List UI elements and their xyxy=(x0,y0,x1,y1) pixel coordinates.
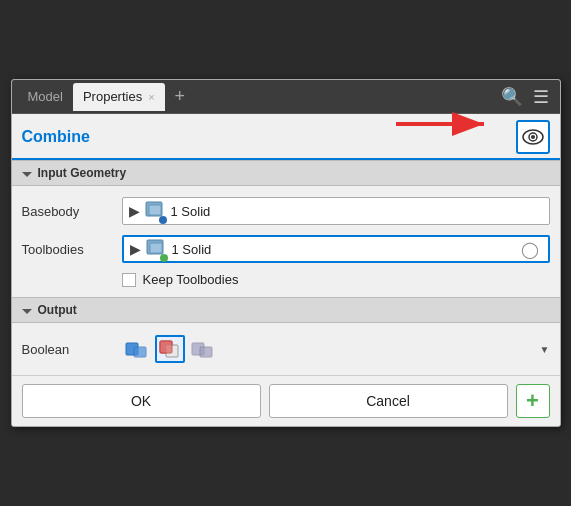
output-section: Boolean xyxy=(12,323,560,375)
tab-properties[interactable]: Properties × xyxy=(73,83,165,111)
svg-rect-15 xyxy=(200,347,212,357)
input-geometry-section: Basebody ▶ 1 Solid Toolbodies ▶ xyxy=(12,186,560,297)
cursor-icon: ▶ xyxy=(129,203,140,219)
toolbodies-solid-icon xyxy=(146,239,166,260)
input-geometry-header: Input Geometry xyxy=(12,160,560,186)
cursor-icon-2: ▶ xyxy=(130,241,141,257)
svg-rect-6 xyxy=(149,205,161,215)
svg-rect-8 xyxy=(150,243,162,253)
eye-button[interactable] xyxy=(516,120,550,154)
combine-panel: Model Properties × + 🔍 ☰ Combine xyxy=(11,79,561,427)
collapse-triangle-icon[interactable] xyxy=(22,172,32,177)
menu-icon[interactable]: ☰ xyxy=(528,86,554,108)
svg-rect-13 xyxy=(160,341,172,353)
basebody-solid-icon xyxy=(145,201,165,222)
dot-green-icon xyxy=(160,254,168,262)
toolbodies-input[interactable]: ▶ 1 Solid ◯ xyxy=(122,235,550,263)
bottom-bar: OK Cancel + xyxy=(12,375,560,426)
keep-toolbodies-label: Keep Toolbodies xyxy=(143,272,239,287)
collapse-triangle-output-icon[interactable] xyxy=(22,309,32,314)
tab-close-icon[interactable]: × xyxy=(148,91,154,103)
dot-blue-icon xyxy=(159,216,167,224)
toolbodies-row: Toolbodies ▶ 1 Solid ◯ xyxy=(12,230,560,268)
boolean-cut-button[interactable] xyxy=(122,335,152,363)
boolean-icon-group: ▼ xyxy=(122,335,550,363)
add-button[interactable]: + xyxy=(516,384,550,418)
output-header: Output xyxy=(12,297,560,323)
boolean-dropdown-icon[interactable]: ▼ xyxy=(540,344,550,355)
toolbodies-label: Toolbodies xyxy=(22,242,122,257)
boolean-intersect-button[interactable] xyxy=(188,335,218,363)
basebody-row: Basebody ▶ 1 Solid xyxy=(12,192,560,230)
basebody-input[interactable]: ▶ 1 Solid xyxy=(122,197,550,225)
basebody-label: Basebody xyxy=(22,204,122,219)
page-title: Combine xyxy=(22,128,516,146)
svg-rect-10 xyxy=(134,347,146,357)
svg-point-4 xyxy=(531,135,535,139)
boolean-row: Boolean xyxy=(12,329,560,369)
eye-icon xyxy=(522,129,544,145)
tab-model[interactable]: Model xyxy=(18,83,73,111)
tab-add-icon[interactable]: + xyxy=(169,86,192,107)
boolean-join-button[interactable] xyxy=(155,335,185,363)
keep-toolbodies-checkbox[interactable] xyxy=(122,273,136,287)
cancel-button[interactable]: Cancel xyxy=(269,384,508,418)
clear-toolbodies-button[interactable]: ◯ xyxy=(518,240,542,259)
ok-button[interactable]: OK xyxy=(22,384,261,418)
search-icon[interactable]: 🔍 xyxy=(496,86,528,108)
title-row: Combine xyxy=(12,114,560,160)
tab-bar: Model Properties × + 🔍 ☰ xyxy=(12,80,560,114)
keep-toolbodies-row: Keep Toolbodies xyxy=(12,268,560,291)
boolean-label: Boolean xyxy=(22,342,122,357)
